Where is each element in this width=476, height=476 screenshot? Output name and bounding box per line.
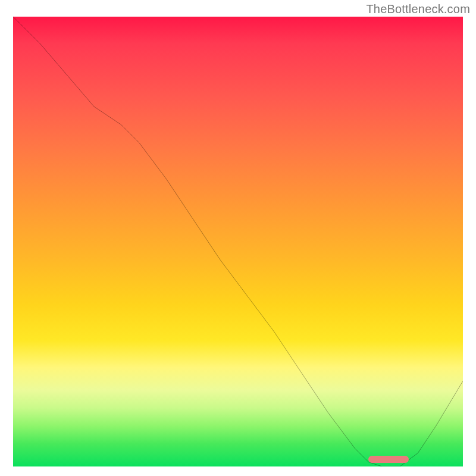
plot-area [13, 17, 463, 466]
watermark-text: TheBottleneck.com [366, 2, 470, 16]
highlight-marker [368, 456, 409, 463]
line-curve [13, 17, 463, 466]
chart-container: TheBottleneck.com [0, 0, 476, 476]
